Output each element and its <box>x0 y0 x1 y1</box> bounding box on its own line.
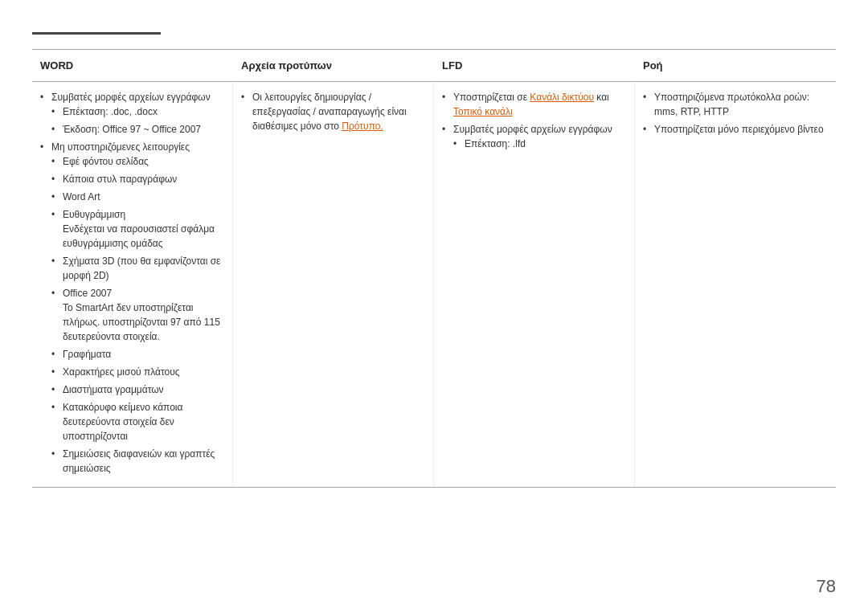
lfd-text-mid: και <box>594 92 609 103</box>
word-sub-2-2: Κάποια στυλ παραγράφων <box>51 172 224 186</box>
word-sub-2-10: Κατακόρυφο κείμενο κάποια δευτερεύοντα σ… <box>51 400 224 443</box>
lfd-bullet-1: Υποστηρίζεται σε Κανάλι δικτύου και Τοπι… <box>442 90 626 119</box>
table-header: WORD Αρχεία προτύπων LFD Ροή <box>32 50 836 82</box>
word-sub-1-2: Έκδοση: Office 97 ~ Office 2007 <box>51 122 224 137</box>
word-sub-2-7: Γραφήματα <box>51 347 224 362</box>
roi-bullet-2: Υποστηρίζεται μόνο περιεχόμενο βίντεο <box>643 122 828 137</box>
word-sub-2-4: Ευθυγράμμιση Ενδέχεται να παρουσιαστεί σ… <box>51 207 224 251</box>
lfd-sub-2-1: Επέκταση: .lfd <box>453 137 626 151</box>
lfd-topiko-kanali-link[interactable]: Τοπικό κανάλι <box>453 106 513 117</box>
word-sub-2-5: Σχήματα 3D (που θα εμφανίζονται σε μορφή… <box>51 254 224 283</box>
header-accent <box>32 32 161 35</box>
arxeia-bullet-1: Οι λειτουργίες δημιουργίας / επεξεργασία… <box>241 90 425 133</box>
word-column: Συμβατές μορφές αρχείων εγγράφων Επέκτασ… <box>32 82 233 487</box>
page-number: 78 <box>817 576 836 597</box>
word-sub-2-1: Εφέ φόντου σελίδας <box>51 154 224 169</box>
word-bullet-1: Συμβατές μορφές αρχείων εγγράφων Επέκτασ… <box>40 90 224 137</box>
word-sub-2-3: Word Art <box>51 190 224 204</box>
roi-bullet-1: Υποστηριζόμενα πρωτόκολλα ροών: mms, RTP… <box>643 90 828 119</box>
lfd-bullet-2: Συμβατές μορφές αρχείων εγγράφων Επέκτασ… <box>442 122 626 151</box>
table-body: Συμβατές μορφές αρχείων εγγράφων Επέκτασ… <box>32 82 836 487</box>
word-bullet-2: Μη υποστηριζόμενες λειτουργίες Εφέ φόντο… <box>40 140 224 476</box>
word-sub-2-11: Σημειώσεις διαφανειών και γραπτές σημειώ… <box>51 447 224 476</box>
arxeia-column: Οι λειτουργίες δημιουργίας / επεξεργασία… <box>233 82 434 487</box>
word-sub-2-6-detail: Το SmartArt δεν υποστηρίζεται πλήρως. υπ… <box>63 302 220 342</box>
lfd-text-pre: Υποστηρίζεται σε <box>453 92 530 103</box>
main-table: WORD Αρχεία προτύπων LFD Ροή Συμβατές μο… <box>32 49 836 488</box>
word-sub-2-6: Office 2007 Το SmartArt δεν υποστηρίζετα… <box>51 286 224 344</box>
word-sub-2-8: Χαρακτήρες μισού πλάτους <box>51 365 224 379</box>
lfd-kanali-diktiou-link[interactable]: Κανάλι δικτύου <box>530 92 594 103</box>
word-sub-2-9: Διαστήματα γραμμάτων <box>51 382 224 397</box>
col-header-lfd: LFD <box>434 56 635 75</box>
col-header-arxeia: Αρχεία προτύπων <box>233 56 434 75</box>
roi-column: Υποστηριζόμενα πρωτόκολλα ροών: mms, RTP… <box>635 82 836 487</box>
page-container: WORD Αρχεία προτύπων LFD Ροή Συμβατές μο… <box>0 0 868 613</box>
col-header-roi: Ροή <box>635 56 836 75</box>
word-sub-2-4-detail: Ενδέχεται να παρουσιαστεί σφάλμα ευθυγρά… <box>63 223 215 249</box>
col-header-word: WORD <box>32 56 233 75</box>
arxeia-text-1: Οι λειτουργίες δημιουργίας / επεξεργασία… <box>252 92 407 132</box>
arxeia-protipo-link[interactable]: Πρότυπο. <box>342 121 383 132</box>
word-sub-1-1: Επέκταση: .doc, .docx <box>51 104 224 119</box>
lfd-column: Υποστηρίζεται σε Κανάλι δικτύου και Τοπι… <box>434 82 635 487</box>
